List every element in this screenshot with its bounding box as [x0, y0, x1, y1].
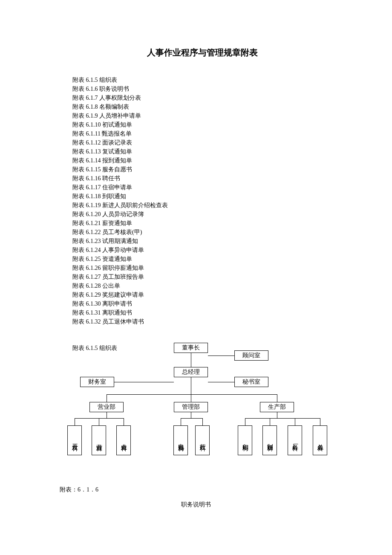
- node-admin-dept: 管理部: [174, 402, 208, 412]
- appendix-list: 附表 6.1.5 组织表附表 6.1.6 职务说明书附表 6.1.7 人事权限划…: [72, 75, 332, 326]
- list-item: 附表 6.1.29 奖惩建议申请单: [72, 290, 332, 299]
- list-item: 附表 6.1.16 聘任书: [72, 174, 332, 183]
- list-item: 附表 6.1.7 人事权限划分表: [72, 93, 332, 102]
- node-sales-sec: 营业科: [92, 425, 106, 455]
- list-item: 附表 6.1.14 报到通知单: [72, 156, 332, 165]
- node-sales-dept: 营业部: [89, 402, 124, 412]
- list-item: 附表 6.1.31 离职通知书: [72, 308, 332, 317]
- next-section-title: 职务说明书: [0, 501, 392, 509]
- list-item: 附表 6.1.22 员工考核表(甲): [72, 228, 332, 237]
- list-item: 附表 6.1.17 住宿申请单: [72, 183, 332, 192]
- list-item: 附表 6.1.10 初试通知单: [72, 120, 332, 129]
- node-print: 印刷科: [238, 425, 252, 455]
- list-item: 附表 6.1.32 员工退休申请书: [72, 317, 332, 326]
- list-item: 附表 6.1.19 新进人员职前介绍检查表: [72, 201, 332, 210]
- node-prod-dept: 生产部: [260, 402, 294, 412]
- node-it: 电脑科: [173, 425, 188, 455]
- list-item: 附表 6.1.24 人事异动申请单: [72, 246, 332, 254]
- list-item: 附表 6.1.8 名额编制表: [72, 102, 332, 111]
- list-item: 附表 6.1.20 人员异动记录簿: [72, 210, 332, 219]
- document-title: 人事作业程序与管理规章附表: [72, 47, 332, 58]
- list-item: 附表 6.1.23 试用期满通知: [72, 237, 332, 246]
- list-item: 附表 6.1.28 公出单: [72, 281, 332, 290]
- list-item: 附表 6.1.5 组织表: [72, 75, 332, 84]
- list-item: 附表 6.1.11 甄选报名单: [72, 129, 332, 138]
- list-item: 附表 6.1.26 留职停薪通知单: [72, 263, 332, 272]
- list-item: 附表 6.1.13 复试通知单: [72, 147, 332, 156]
- org-chart: 附表 6.1.5 组织表 董事长 顾问室 总经理 财务室 秘书室 营业部 管理部…: [60, 344, 332, 472]
- node-finance: 财务室: [80, 377, 114, 387]
- list-item: 附表 6.1.6 职务说明书: [72, 84, 332, 93]
- node-admin-sec: 行政科: [195, 425, 210, 455]
- list-item: 附表 6.1.25 资遣通知单: [72, 254, 332, 263]
- node-secretary: 秘书室: [234, 377, 268, 387]
- list-item: 附表 6.1.15 服务自愿书: [72, 165, 332, 174]
- node-gm: 总经理: [174, 367, 208, 377]
- list-item: 附表 6.1.9 人员增补申请单: [72, 111, 332, 120]
- node-plate: 制版科: [262, 425, 277, 455]
- node-biz: 业务科: [116, 425, 131, 455]
- next-section-number: 附表：6．1．6: [60, 486, 98, 494]
- list-item: 附表 6.1.21 薪资通知单: [72, 219, 332, 228]
- list-item: 附表 6.1.30 离职申请书: [72, 299, 332, 308]
- chart-caption: 附表 6.1.5 组织表: [72, 344, 117, 352]
- node-advisor: 顾问室: [234, 350, 268, 361]
- node-dev: 开发科: [67, 425, 82, 455]
- list-item: 附表 6.1.27 员工加班报告单: [72, 272, 332, 281]
- list-item: 附表 6.1.18 到职通知: [72, 192, 332, 201]
- list-item: 附表 6.1.12 面谈记录表: [72, 138, 332, 147]
- node-chairman: 董事长: [174, 343, 208, 353]
- node-factory: 厂务科: [288, 425, 302, 455]
- node-general: 总务科: [313, 425, 327, 455]
